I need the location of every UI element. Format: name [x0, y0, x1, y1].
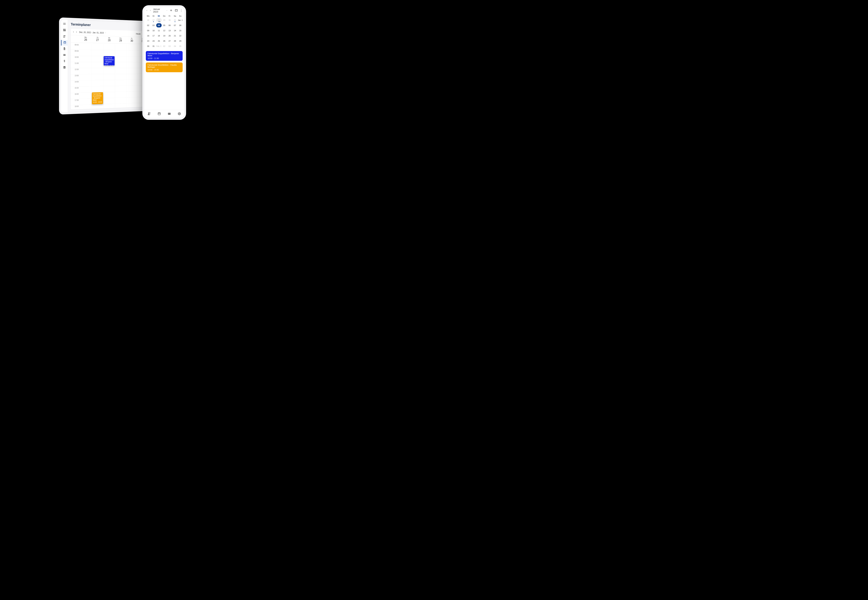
month-day-cell[interactable]: 14 — [172, 29, 177, 33]
sidebar-item-calendar[interactable] — [61, 40, 68, 45]
month-day-cell[interactable]: 25 — [156, 39, 162, 43]
month-day-cell[interactable]: 20 — [167, 34, 172, 38]
event-time: 16:00 - 18:00 — [93, 101, 102, 103]
month-day-cell[interactable]: 03 — [167, 44, 172, 48]
tabbar-calendar[interactable] — [157, 112, 161, 116]
month-day-cell[interactable]: 29 — [177, 39, 183, 43]
month-day-cell[interactable]: 05 — [162, 23, 167, 27]
month-day-cell[interactable]: 29 — [162, 18, 167, 22]
day-header[interactable]: Fr30 — [126, 36, 137, 44]
month-day-cell[interactable]: 11 — [156, 29, 162, 33]
month-day-cell[interactable]: 30 — [167, 18, 172, 22]
month-day-cell[interactable]: 03 — [151, 23, 156, 27]
tabbar-wallet[interactable] — [167, 112, 171, 116]
event-title: Fahrstunde Einzellektion - Claudia Berli… — [148, 64, 181, 68]
month-day-cell[interactable]: 27 — [167, 39, 172, 43]
next-month-button[interactable] — [149, 9, 151, 11]
month-day-cell[interactable]: 12 — [162, 29, 167, 33]
month-day-cell[interactable]: 15 — [177, 29, 183, 33]
prev-month-button[interactable] — [146, 9, 148, 11]
svg-point-8 — [65, 35, 65, 36]
month-day-cell[interactable]: 08 — [177, 23, 183, 27]
month-day-cell[interactable]: 04 — [172, 44, 177, 48]
bottom-tabbar — [144, 110, 184, 118]
month-day-cell[interactable]: 28 — [156, 18, 162, 22]
month-day-cell[interactable]: 02 — [145, 23, 151, 27]
month-day-cell[interactable]: 31 — [151, 44, 156, 48]
time-label: 13:00 — [71, 74, 80, 80]
day-header[interactable]: Di27 — [92, 36, 103, 43]
weekday-label: Di — [151, 14, 156, 18]
month-day-cell[interactable]: 23 — [145, 39, 151, 43]
month-day-cell[interactable]: 09 — [145, 29, 151, 33]
sidebar-item-payments[interactable] — [61, 52, 68, 58]
phone-device: Januar 2023 ⋮ MoDiMiDoFrSaSo 26272829303… — [142, 5, 186, 120]
month-day-cell[interactable]: 31 — [172, 18, 177, 22]
week-grid: Mo26Di27Mi28Do29Fr30Sa31 08:0009:0010:00… — [71, 35, 148, 110]
sidebar-item-document[interactable] — [61, 46, 68, 52]
event-indicator-dot — [175, 21, 175, 22]
day-header[interactable]: Mo26 — [80, 35, 92, 43]
day-header[interactable]: Do29 — [115, 36, 126, 44]
day-number-label: 29 — [115, 39, 126, 42]
agenda-event[interactable]: Fahrstunde Einzellektion - Claudia Berli… — [146, 62, 183, 72]
sidebar-item-people[interactable] — [61, 34, 68, 39]
month-day-cell[interactable]: 24 — [151, 39, 156, 43]
month-day-cell[interactable]: 07 — [172, 23, 177, 27]
document-icon — [63, 47, 66, 51]
date-range-label[interactable]: Dez. 26, 2022 - Jan. 01, 2023 — [79, 31, 104, 34]
svg-rect-6 — [64, 30, 64, 31]
month-day-cell[interactable]: 02 — [162, 44, 167, 48]
month-day-cell[interactable]: 17 — [151, 34, 156, 38]
tabbar-settings[interactable] — [177, 112, 182, 116]
add-event-button[interactable] — [170, 9, 173, 12]
today-button[interactable]: Heute — [135, 32, 142, 36]
gear-icon — [177, 112, 181, 116]
month-day-cell[interactable]: 21 — [172, 34, 177, 38]
svg-rect-9 — [64, 41, 66, 43]
time-row: 12:00 — [71, 68, 148, 74]
month-day-cell[interactable]: 28 — [172, 39, 177, 43]
svg-point-33 — [179, 113, 180, 114]
month-day-cell[interactable]: 18 — [156, 34, 162, 38]
view-toggle-button[interactable] — [175, 9, 178, 12]
month-day-cell[interactable]: 26 — [162, 39, 167, 43]
month-day-cell[interactable]: 26 — [145, 18, 151, 22]
calendar-event[interactable]: Fahrstunde Doppellektion - Benjamin Meie… — [104, 56, 115, 65]
sidebar-item-reports[interactable] — [61, 65, 68, 70]
month-day-cell[interactable]: 13 — [167, 29, 172, 33]
month-day-cell[interactable]: Feb. 1 — [156, 44, 162, 48]
tabbar-people[interactable] — [147, 112, 151, 116]
month-day-cell[interactable]: 22 — [177, 34, 183, 38]
agenda-event[interactable]: Fahrstunde Doppellektion - Benjamin Meie… — [146, 51, 183, 61]
month-day-cell[interactable]: 04 — [156, 23, 162, 27]
weekday-label: So — [177, 14, 183, 18]
day-header[interactable]: Mi28 — [103, 36, 115, 43]
people-icon — [147, 112, 151, 116]
sidebar-item-billing[interactable] — [61, 59, 68, 64]
time-row: 13:00 — [71, 74, 148, 80]
next-week-button[interactable] — [76, 31, 77, 33]
sidebar-item-dashboard[interactable] — [61, 27, 68, 33]
card-icon — [63, 53, 66, 57]
svg-rect-4 — [65, 29, 66, 30]
prev-week-button[interactable] — [73, 31, 74, 33]
event-indicator-dot — [159, 21, 159, 22]
month-day-cell[interactable]: 27 — [151, 18, 156, 22]
weekday-label: Mi — [156, 14, 162, 18]
more-menu-button[interactable]: ⋮ — [180, 9, 183, 12]
time-label: 17:00 — [71, 99, 80, 105]
sidebar-item-menu[interactable] — [61, 21, 68, 27]
month-label[interactable]: Januar 2023 — [153, 8, 165, 13]
month-day-cell[interactable]: 06 — [167, 23, 172, 27]
svg-point-25 — [148, 112, 149, 114]
month-day-cell[interactable]: 19 — [162, 34, 167, 38]
svg-rect-16 — [64, 55, 66, 55]
month-day-cell[interactable]: 30 — [145, 44, 151, 48]
month-day-cell[interactable]: 05 — [177, 44, 183, 48]
month-day-cell[interactable]: 16 — [145, 34, 151, 38]
month-day-cell[interactable]: Jan. 1 — [177, 18, 183, 22]
calendar-event[interactable]: Fahrstunde Einzellektion - Benjamin Meie… — [92, 92, 103, 105]
svg-rect-19 — [64, 67, 65, 68]
month-day-cell[interactable]: 10 — [151, 29, 156, 33]
